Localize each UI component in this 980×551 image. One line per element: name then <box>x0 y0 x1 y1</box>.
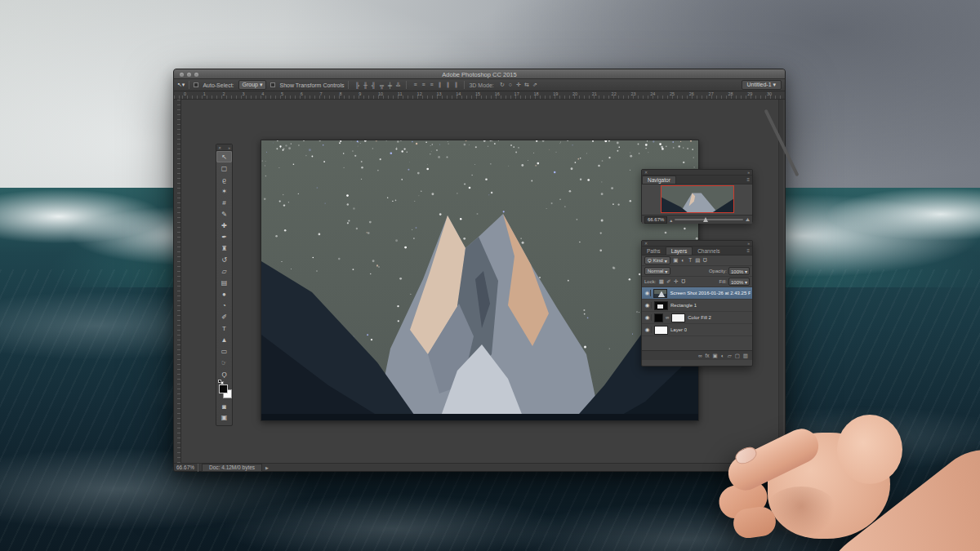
color-fill-swatch[interactable] <box>654 313 663 322</box>
dodge-tool[interactable]: ◔ <box>216 300 232 311</box>
tab-channels[interactable]: Channels <box>693 247 724 255</box>
panel-menu-icon[interactable]: ≡ <box>746 248 750 253</box>
align-bottom-edges-icon[interactable]: ╩ <box>394 82 402 88</box>
auto-select-dropdown[interactable]: Group ▾ <box>238 80 267 90</box>
distribute-top-edges-icon[interactable]: ≡ <box>411 82 419 87</box>
layer-mask-thumbnail[interactable] <box>671 313 685 322</box>
align-right-edges-icon[interactable]: ╣ <box>369 82 377 88</box>
fill-field[interactable]: 100% ▾ <box>728 278 750 286</box>
crop-tool[interactable]: # <box>216 197 232 208</box>
visibility-eye-icon[interactable]: ◉ <box>644 290 651 296</box>
filter-smart-objects-icon[interactable]: ℧ <box>702 257 709 264</box>
layer-thumbnail[interactable] <box>654 301 668 310</box>
filter-kind-dropdown[interactable]: Ϙ Kind ▾ <box>644 256 670 264</box>
eraser-tool[interactable]: ▱ <box>216 265 232 277</box>
title-bar[interactable]: Adobe Photoshop CC 2015 <box>174 69 785 79</box>
document-tab[interactable]: Untitled-1 ▾ <box>742 80 782 90</box>
document-size-info[interactable]: Doc: 4.12M/0 bytes <box>202 464 262 472</box>
eyedropper-tool[interactable]: ✎ <box>216 208 232 220</box>
collapse-panel-icon[interactable]: » <box>228 145 230 150</box>
distribute-right-edges-icon[interactable]: ∥ <box>452 82 460 88</box>
distribute-left-edges-icon[interactable]: ∥ <box>435 82 443 88</box>
clone-stamp-tool[interactable]: ♜ <box>216 242 232 254</box>
collapse-panel-icon[interactable]: » <box>747 170 750 175</box>
layer-thumbnail[interactable] <box>654 326 668 335</box>
blend-mode-dropdown[interactable]: Normal ▾ <box>644 267 670 275</box>
vertical-scrollbar[interactable] <box>778 100 783 459</box>
align-horizontal-centers-icon[interactable]: ╫ <box>361 82 369 88</box>
status-zoom-field[interactable]: 66.67% <box>176 464 194 470</box>
layer-style-icon[interactable]: fx <box>706 353 710 358</box>
path-selection-tool[interactable]: ▲ <box>216 334 232 345</box>
new-group-icon[interactable]: ▱ <box>728 353 732 359</box>
new-adjustment-layer-icon[interactable]: ◐ <box>721 353 724 358</box>
navigator-view-box[interactable] <box>661 185 734 213</box>
foreground-color-swatch[interactable] <box>219 384 228 393</box>
filter-shape-layers-icon[interactable]: ▤ <box>694 257 702 264</box>
layer-thumbnail[interactable] <box>653 289 667 298</box>
filter-pixel-layers-icon[interactable]: ▣ <box>672 257 679 264</box>
3d-slide-icon[interactable]: ⇆ <box>523 82 531 88</box>
magic-wand-tool[interactable]: ✶ <box>216 185 232 197</box>
3d-roll-icon[interactable]: ○ <box>506 82 514 87</box>
navigator-zoom-slider[interactable] <box>675 219 743 220</box>
visibility-eye-icon[interactable]: ◉ <box>644 327 652 333</box>
document-canvas[interactable] <box>261 140 699 421</box>
layer-row-rectangle-1[interactable]: ◉ Rectangle 1 <box>642 300 752 312</box>
distribute-bottom-edges-icon[interactable]: ≡ <box>427 82 435 87</box>
panel-menu-icon[interactable]: ≡ <box>746 177 750 182</box>
layer-row-color-fill-2[interactable]: ◉ ∞ Color Fill 2 <box>642 312 752 324</box>
opacity-field[interactable]: 100% ▾ <box>728 267 750 275</box>
screen-mode-icon[interactable]: ▣ <box>216 413 232 422</box>
shape-tool[interactable]: ▭ <box>216 345 232 357</box>
tab-navigator[interactable]: Navigator <box>642 176 676 184</box>
lock-all-icon[interactable]: ℧ <box>679 278 687 285</box>
blur-tool[interactable]: ● <box>216 288 232 300</box>
horizontal-ruler[interactable]: 0123456789101112131415161718192021222324… <box>174 91 785 100</box>
layer-row-layer-0[interactable]: ◉ Layer 0 <box>642 324 752 336</box>
quick-mask-icon[interactable]: ◙ <box>216 402 232 411</box>
visibility-eye-icon[interactable]: ◉ <box>644 314 652 321</box>
add-layer-mask-icon[interactable]: ▣ <box>713 353 718 359</box>
distribute-horizontal-centers-icon[interactable]: ∥ <box>443 82 452 88</box>
history-brush-tool[interactable]: ↺ <box>216 254 232 265</box>
link-layers-icon[interactable]: ∞ <box>698 353 702 358</box>
hand-tool[interactable]: ☞ <box>216 357 232 368</box>
auto-select-checkbox[interactable] <box>194 82 198 87</box>
vertical-ruler[interactable] <box>174 100 181 465</box>
zoom-out-icon[interactable]: ▴ <box>670 217 672 223</box>
lock-pixels-icon[interactable]: ✐ <box>665 278 672 285</box>
status-options-arrow[interactable]: ▶ <box>265 465 269 470</box>
pen-tool[interactable]: ✐ <box>216 311 232 322</box>
navigator-zoom-field[interactable]: 66.67% <box>644 216 667 224</box>
visibility-eye-icon[interactable]: ◉ <box>644 302 652 309</box>
filter-type-layers-icon[interactable]: T <box>687 257 694 263</box>
move-tool-preset-icon[interactable]: ↖▾ <box>177 82 185 88</box>
new-layer-icon[interactable]: ▢ <box>735 353 740 359</box>
align-top-edges-icon[interactable]: ╦ <box>377 82 385 88</box>
tab-paths[interactable]: Paths <box>642 247 666 255</box>
3d-rotate-icon[interactable]: ↻ <box>498 82 506 88</box>
close-panel-icon[interactable]: ✕ <box>644 170 648 175</box>
show-transform-checkbox[interactable] <box>270 82 275 87</box>
lock-transparency-icon[interactable]: ▦ <box>657 278 665 285</box>
move-tool[interactable]: ↖ <box>216 151 232 162</box>
align-left-edges-icon[interactable]: ╠ <box>353 82 361 88</box>
distribute-vertical-centers-icon[interactable]: ≡ <box>419 82 427 87</box>
3d-scale-icon[interactable]: ⇗ <box>531 82 539 88</box>
close-panel-icon[interactable]: ✕ <box>218 145 221 150</box>
align-vertical-centers-icon[interactable]: ╪ <box>385 82 394 88</box>
healing-brush-tool[interactable]: ✚ <box>216 220 232 231</box>
collapse-panel-icon[interactable]: » <box>747 241 750 246</box>
lasso-tool[interactable]: ϱ <box>216 174 232 185</box>
slider-knob[interactable] <box>703 217 708 222</box>
brush-tool[interactable]: ✒ <box>216 231 232 242</box>
tab-layers[interactable]: Layers <box>666 247 693 255</box>
layer-row-screen-shot[interactable]: ◉ Screen Shot 2016-01-26 at 2.43.25 PM <box>642 287 752 300</box>
zoom-tool[interactable]: Ϙ <box>216 368 232 380</box>
lock-position-icon[interactable]: ✛ <box>672 278 679 285</box>
3d-drag-icon[interactable]: ✛ <box>514 82 523 88</box>
zoom-in-icon[interactable]: ⛰ <box>746 217 750 223</box>
gradient-tool[interactable]: ▤ <box>216 277 232 288</box>
delete-layer-icon[interactable]: ▥ <box>743 353 748 359</box>
